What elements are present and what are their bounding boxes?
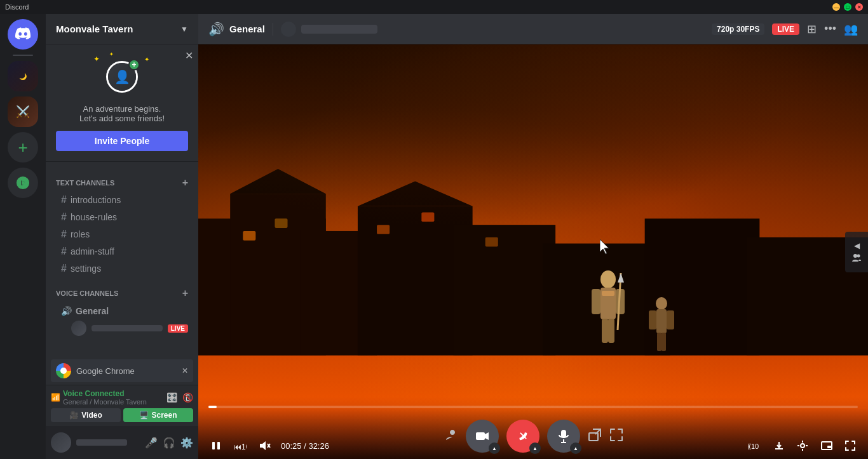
- hangup-dropdown-icon[interactable]: ▲: [529, 442, 541, 454]
- maximize-button[interactable]: □: [844, 3, 851, 11]
- voice-connected-location: General / Moonvale Tavern: [63, 398, 147, 406]
- stream-area: ⏮10 00:25 / 32:26: [198, 44, 868, 459]
- channel-item-settings[interactable]: # settings: [51, 260, 193, 277]
- svg-point-41: [853, 254, 857, 258]
- streamer-username-placeholder: [301, 25, 377, 34]
- add-voice-channel-button[interactable]: +: [182, 288, 188, 299]
- voice-user-avatar: [71, 321, 86, 336]
- channel-name-introductions: introductions: [71, 195, 121, 205]
- header-divider: [273, 23, 273, 36]
- video-icon: 🎥: [69, 411, 79, 420]
- stream-header: 🔊 General 720p 30FPS LIVE ⊞ ••• 👥: [198, 14, 868, 44]
- sound-settings-icon[interactable]: 🎛️: [166, 392, 177, 402]
- main-content: 🔊 General 720p 30FPS LIVE ⊞ ••• 👥: [198, 14, 868, 459]
- camera-btn-wrapper: ▲: [466, 420, 499, 453]
- hash-icon: #: [61, 246, 67, 257]
- deafen-icon[interactable]: 🎧: [163, 437, 175, 449]
- svg-point-26: [656, 297, 667, 310]
- svg-rect-43: [476, 432, 485, 440]
- rewind-button[interactable]: ⏮10: [231, 438, 249, 453]
- add-server-button[interactable]: +: [8, 132, 38, 163]
- svg-point-38: [801, 444, 804, 448]
- close-button[interactable]: ✕: [855, 3, 863, 11]
- username: [76, 439, 127, 446]
- stream-settings-button[interactable]: [794, 437, 811, 454]
- download-button[interactable]: [771, 438, 787, 453]
- live-header-badge: LIVE: [772, 23, 799, 35]
- speaker-icon: 🔊: [61, 306, 72, 316]
- svg-marker-44: [485, 432, 489, 440]
- add-text-channel-button[interactable]: +: [182, 177, 188, 189]
- user-controls: 🎤 🎧 ⚙️: [145, 437, 193, 449]
- play-pause-button[interactable]: [208, 438, 224, 453]
- svg-rect-32: [212, 442, 215, 449]
- voice-channel-general[interactable]: 🔊 General: [51, 302, 193, 319]
- voice-channel-name: General: [76, 306, 109, 316]
- channel-name-house-rules: house-rules: [71, 212, 117, 222]
- members-icon: [851, 253, 862, 263]
- mic-dropdown-icon[interactable]: ▲: [570, 442, 581, 454]
- disconnect-icon[interactable]: 📵: [182, 392, 193, 402]
- server-list-divider: [13, 55, 33, 56]
- voice-action-bar: 🎥 Video 🖥️ Screen: [51, 408, 193, 422]
- channel-item-roles[interactable]: # roles: [51, 226, 193, 243]
- minimize-button[interactable]: —: [832, 3, 840, 11]
- invite-popup: ✕ ✦ ✦ ✦ 👤 + An adventure begins. Let's a…: [46, 44, 198, 162]
- rewind-10-button[interactable]: ⟪10: [745, 438, 764, 453]
- server-icon-dark[interactable]: 🌙: [8, 61, 38, 91]
- server-header[interactable]: Moonvale Tavern ▼: [46, 14, 198, 44]
- svg-rect-30: [657, 333, 661, 351]
- streamer-avatar: [281, 22, 296, 37]
- svg-text:⏮10: ⏮10: [234, 442, 247, 451]
- member-list-toggle[interactable]: ◀: [845, 232, 868, 272]
- app-share-close-button[interactable]: ✕: [182, 366, 188, 375]
- window-controls: — □ ✕: [832, 3, 863, 11]
- quality-badge: 720p 30FPS: [712, 23, 764, 35]
- text-channels-header[interactable]: TEXT CHANNELS +: [46, 167, 198, 191]
- app-title: Discord: [5, 3, 29, 11]
- channel-item-introductions[interactable]: # introductions: [51, 192, 193, 208]
- voice-channels-header[interactable]: VOICE CHANNELS +: [46, 277, 198, 302]
- fullscreen-button[interactable]: [843, 438, 858, 453]
- server-icon-moonvale[interactable]: ⚔️: [8, 96, 38, 127]
- svg-rect-33: [217, 442, 220, 449]
- svg-rect-29: [667, 310, 674, 329]
- voice-connected-bar: 📶 Voice Connected General / Moonvale Tav…: [46, 385, 198, 426]
- channel-name-roles: roles: [71, 229, 90, 239]
- camera-dropdown-icon[interactable]: ▲: [489, 442, 500, 454]
- app-share-name: Google Chrome: [76, 366, 182, 376]
- grid-view-icon[interactable]: ⊞: [807, 22, 817, 36]
- stream-background: [198, 44, 868, 459]
- svg-rect-40: [827, 446, 831, 448]
- more-options-icon[interactable]: •••: [824, 22, 836, 36]
- user-settings-icon[interactable]: ⚙️: [180, 437, 193, 449]
- add-person-button[interactable]: [443, 427, 458, 446]
- invite-avatar-area: ✦ ✦ ✦ 👤 +: [56, 55, 188, 99]
- live-badge: LIVE: [168, 324, 188, 333]
- invite-popup-close-button[interactable]: ✕: [185, 50, 193, 62]
- external-link-button[interactable]: [588, 428, 602, 445]
- call-controls: ▲ ✕ ▲: [443, 420, 623, 453]
- hash-icon: #: [61, 211, 67, 223]
- channel-name-admin-stuff: admin-stuff: [71, 246, 114, 256]
- user-info: [76, 439, 142, 446]
- mute-microphone-icon[interactable]: 🎤: [145, 437, 158, 449]
- expand-button[interactable]: [609, 428, 623, 445]
- chevron-left-icon: ◀: [854, 241, 860, 250]
- picture-in-picture-button[interactable]: [818, 439, 835, 453]
- svg-rect-23: [602, 291, 614, 296]
- text-channels-label: TEXT CHANNELS: [56, 179, 114, 187]
- chevron-down-icon: ▼: [180, 25, 188, 34]
- svg-rect-31: [661, 333, 666, 351]
- discord-home-icon[interactable]: [8, 19, 38, 50]
- screen-share-button[interactable]: 🖥️ Screen: [123, 408, 193, 422]
- video-button[interactable]: 🎥 Video: [51, 408, 121, 422]
- member-list-icon[interactable]: 👥: [844, 22, 858, 36]
- mic-btn-wrapper: ▲: [547, 420, 580, 453]
- mute-button[interactable]: [257, 438, 273, 453]
- invite-people-button[interactable]: Invite People: [56, 131, 188, 151]
- channel-item-house-rules[interactable]: # house-rules: [51, 209, 193, 225]
- voice-connected-label: Voice Connected: [63, 389, 147, 398]
- channel-item-admin-stuff[interactable]: # admin-stuff: [51, 243, 193, 260]
- explore-servers-button[interactable]: [8, 168, 38, 198]
